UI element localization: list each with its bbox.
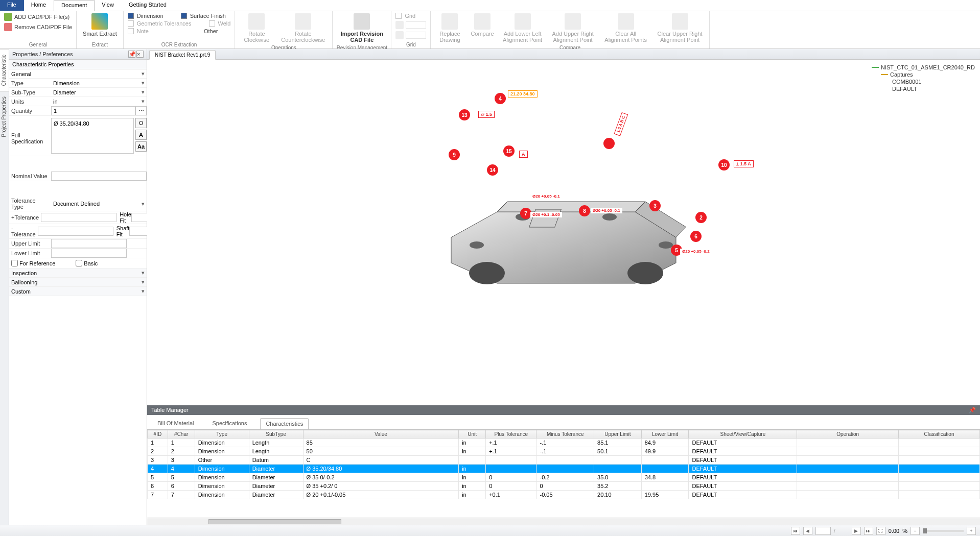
omega-button[interactable]: Ω — [135, 118, 147, 128]
table-cell[interactable] — [594, 465, 642, 473]
menu-getting-started[interactable]: Getting Started — [122, 0, 174, 11]
ballooning-dropdown[interactable]: Ballooning▾ — [9, 278, 147, 287]
ntol-input[interactable] — [38, 227, 113, 236]
table-cell[interactable]: Diameter — [249, 473, 303, 482]
ocr-surface[interactable]: Surface Finish — [180, 12, 227, 19]
ocr-geotol[interactable]: Geometric Tolerances — [127, 20, 193, 27]
table-cell[interactable]: DEFAULT — [689, 438, 797, 447]
col-header[interactable]: Unit — [459, 430, 486, 438]
table-row[interactable]: 33OtherDatumCDEFAULT — [148, 456, 980, 465]
tm-grid[interactable]: #ID#CharTypeSubTypeValueUnitPlus Toleran… — [147, 429, 980, 518]
fit-button[interactable]: ⛶ — [876, 527, 885, 535]
type-value[interactable]: Dimension — [51, 79, 139, 87]
table-cell[interactable]: 4 — [168, 465, 195, 473]
tm-tab-bom[interactable]: Bill Of Material — [152, 418, 199, 429]
chevron-down-icon[interactable]: ▾ — [139, 98, 147, 105]
grid-opt2[interactable] — [394, 31, 427, 40]
remove-cad-button[interactable]: Remove CAD/PDF File — [3, 22, 73, 32]
col-header[interactable]: Sheet/View/Capture — [689, 430, 797, 438]
table-cell[interactable]: Datum — [249, 456, 303, 465]
zoom-in-button[interactable]: + — [967, 527, 976, 535]
nav-next-button[interactable]: ▶ — [852, 527, 861, 535]
add-cad-button[interactable]: ADD CAD/PDF File(s) — [3, 12, 71, 21]
col-header[interactable]: #ID — [148, 430, 168, 438]
forref-check[interactable]: For Reference — [11, 260, 55, 266]
ocr-note[interactable]: Note — [127, 28, 150, 35]
side-tab-characteristic[interactable]: Characteristic — [0, 49, 9, 91]
callout-13[interactable]: ▱ 1.5 — [478, 111, 495, 118]
balloon-10[interactable]: 10 — [718, 159, 730, 170]
table-cell[interactable]: in — [459, 473, 486, 482]
chevron-down-icon[interactable]: ▾ — [139, 201, 147, 207]
table-cell[interactable]: DEFAULT — [689, 456, 797, 465]
page-input[interactable] — [815, 527, 831, 535]
table-cell[interactable]: Length — [249, 438, 303, 447]
col-header[interactable]: Value — [303, 430, 459, 438]
table-cell[interactable]: in — [459, 438, 486, 447]
clear-ur-button[interactable]: Clear Upper Right Alignment Point — [654, 12, 706, 44]
import-revision-button[interactable]: Import Revision CAD File — [336, 12, 388, 44]
table-cell[interactable]: 19.95 — [641, 491, 689, 499]
table-cell[interactable] — [797, 491, 899, 499]
callout-4[interactable]: 21.20 34.80 — [508, 90, 538, 98]
table-cell[interactable]: Ø 35.20/34.80 — [303, 465, 459, 473]
tree-default[interactable]: DEFAULT — [872, 85, 975, 92]
table-cell[interactable]: 2 — [168, 447, 195, 456]
table-row[interactable]: 44DimensionDiameterØ 35.20/34.80inDEFAUL… — [148, 465, 980, 473]
table-cell[interactable]: C — [303, 456, 459, 465]
table-cell[interactable] — [898, 456, 979, 465]
table-row[interactable]: 22DimensionLength50in+.1-.150.149.9DEFAU… — [148, 447, 980, 456]
table-cell[interactable] — [797, 456, 899, 465]
table-cell[interactable]: -0.05 — [536, 491, 594, 499]
rotate-cw-button[interactable]: Rotate Clockwise — [238, 12, 275, 44]
qty-input[interactable] — [51, 106, 135, 115]
table-cell[interactable]: DEFAULT — [689, 482, 797, 491]
col-header[interactable]: Operation — [797, 430, 899, 438]
replace-drawing-button[interactable]: Replace Drawing — [434, 12, 465, 44]
viewport-3d[interactable]: 4 13 15 9 14 7 8 3 10 2 6 5 ▱ 1.5 ⟂ 1.5 … — [147, 60, 980, 405]
table-cell[interactable] — [898, 447, 979, 456]
table-cell[interactable]: 0 — [486, 473, 536, 482]
table-cell[interactable] — [797, 465, 899, 473]
table-cell[interactable]: +0.1 — [486, 491, 536, 499]
basic-check[interactable]: Basic — [76, 260, 98, 266]
table-cell[interactable] — [594, 456, 642, 465]
table-cell[interactable]: 3 — [168, 456, 195, 465]
table-cell[interactable]: Ø 35 0/-0.2 — [303, 473, 459, 482]
slider-thumb[interactable] — [923, 528, 927, 533]
table-cell[interactable]: DEFAULT — [689, 447, 797, 456]
lower-input[interactable] — [51, 249, 127, 258]
add-ur-button[interactable]: Add Upper Right Alignment Point — [548, 12, 598, 44]
tm-hscroll[interactable] — [147, 518, 980, 525]
col-header[interactable]: Classification — [898, 430, 979, 438]
table-cell[interactable]: in — [459, 465, 486, 473]
table-cell[interactable]: 1 — [168, 438, 195, 447]
table-cell[interactable] — [459, 456, 486, 465]
col-header[interactable]: Lower Limit — [641, 430, 689, 438]
table-cell[interactable]: Dimension — [195, 473, 249, 482]
toltype-value[interactable]: Document Defined — [51, 200, 139, 208]
table-cell[interactable]: 84.9 — [641, 438, 689, 447]
table-cell[interactable]: DEFAULT — [689, 491, 797, 499]
table-cell[interactable]: 35.0 — [594, 473, 642, 482]
table-cell[interactable]: Dimension — [195, 438, 249, 447]
side-tab-project-properties[interactable]: Project Properties — [0, 91, 9, 142]
upper-input[interactable] — [51, 239, 127, 248]
menu-document[interactable]: Document — [54, 0, 95, 11]
ocr-dimension[interactable]: Dimension — [127, 12, 165, 19]
table-cell[interactable]: DEFAULT — [689, 465, 797, 473]
table-cell[interactable]: 7 — [168, 491, 195, 499]
rotate-ccw-button[interactable]: Rotate Counterclockwise — [277, 12, 329, 44]
table-cell[interactable] — [898, 482, 979, 491]
ptol-input[interactable] — [41, 213, 116, 222]
table-cell[interactable] — [797, 482, 899, 491]
col-header[interactable]: Upper Limit — [594, 430, 642, 438]
compare-button[interactable]: Compare — [468, 12, 497, 38]
table-cell[interactable]: Dimension — [195, 482, 249, 491]
table-cell[interactable]: Diameter — [249, 491, 303, 499]
table-cell[interactable]: 34.8 — [641, 473, 689, 482]
nav-prev-button[interactable]: ◀ — [803, 527, 812, 535]
callout-15[interactable]: A — [519, 151, 528, 158]
balloon-7[interactable]: 7 — [520, 208, 531, 219]
table-cell[interactable]: in — [459, 447, 486, 456]
